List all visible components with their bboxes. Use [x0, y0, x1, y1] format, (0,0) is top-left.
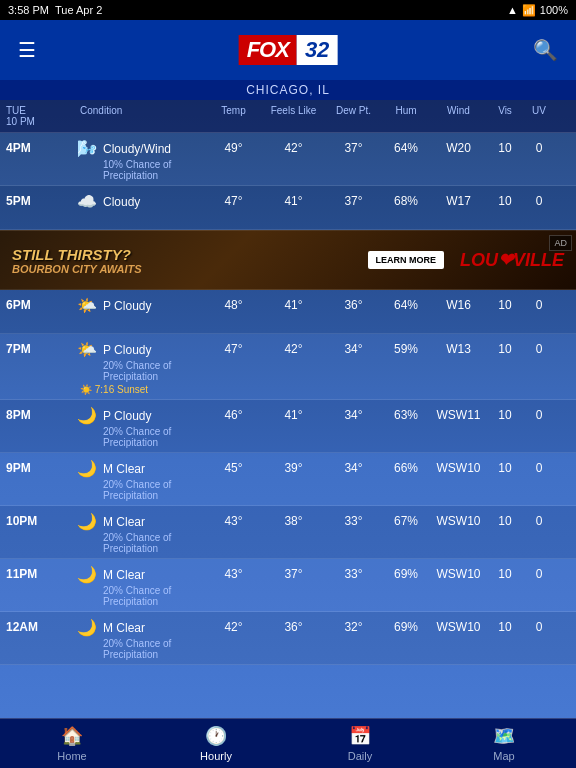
wind-cell: WSW10	[431, 459, 486, 475]
temp-cell: 46°	[206, 406, 261, 422]
weather-icon: 🌬️	[76, 139, 98, 158]
time-cell: 7PM	[6, 340, 76, 356]
col-uv: UV	[524, 105, 554, 127]
uv-cell: 0	[524, 139, 554, 155]
status-bar: 3:58 PM Tue Apr 2 ▲ 📶 100%	[0, 0, 576, 20]
vis-cell: 10	[486, 512, 524, 528]
humidity-cell: 69%	[381, 565, 431, 581]
condition-cell: 🌙 M Clear 20% Chance of Precipitation	[76, 459, 206, 501]
temp-cell: 48°	[206, 296, 261, 312]
uv-cell: 0	[524, 192, 554, 208]
col-datetime: TUE10 PM	[6, 105, 76, 127]
time-cell: 10PM	[6, 512, 76, 528]
temp-cell: 43°	[206, 512, 261, 528]
feellike-cell: 41°	[261, 296, 326, 312]
ad-subtitle: BOURBON CITY AWAITS	[12, 263, 142, 275]
weather-icon: 🌤️	[76, 340, 98, 359]
weather-icon: 🌙	[76, 618, 98, 637]
nav-hourly-label: Hourly	[200, 750, 232, 762]
condition-cell: ☁️ Cloudy	[76, 192, 206, 211]
dew-cell: 32°	[326, 618, 381, 634]
battery-label: 100%	[540, 4, 568, 16]
temp-cell: 43°	[206, 565, 261, 581]
table-row: 11PM 🌙 M Clear 20% Chance of Precipitati…	[0, 559, 576, 612]
col-vis: Vis	[486, 105, 524, 127]
ad-logo: LOU❤VILLE	[460, 249, 564, 271]
condition-text: M Clear	[103, 515, 145, 529]
humidity-cell: 64%	[381, 139, 431, 155]
dew-cell: 34°	[326, 406, 381, 422]
condition-text: Cloudy/Wind	[103, 142, 171, 156]
wind-cell: WSW10	[431, 565, 486, 581]
vis-cell: 10	[486, 565, 524, 581]
ad-title: STILL THIRSTY?	[12, 246, 142, 263]
col-humidity: Hum	[381, 105, 431, 127]
nav-daily[interactable]: 📅 Daily	[288, 719, 432, 768]
feellike-cell: 42°	[261, 139, 326, 155]
nav-hourly[interactable]: 🕐 Hourly	[144, 719, 288, 768]
precip-text: 20% Chance of Precipitation	[76, 360, 206, 382]
condition-text: M Clear	[103, 462, 145, 476]
uv-cell: 0	[524, 512, 554, 528]
vis-cell: 10	[486, 192, 524, 208]
dew-cell: 36°	[326, 296, 381, 312]
uv-cell: 0	[524, 406, 554, 422]
search-icon[interactable]: 🔍	[529, 34, 562, 66]
precip-text: 20% Chance of Precipitation	[76, 532, 206, 554]
weather-icon: 🌙	[76, 512, 98, 531]
temp-cell: 42°	[206, 618, 261, 634]
table-row: 10PM 🌙 M Clear 20% Chance of Precipitati…	[0, 506, 576, 559]
table-row: 5PM ☁️ Cloudy 47° 41° 37° 68% W17 10 0	[0, 186, 576, 230]
table-row: 7PM 🌤️ P Cloudy 20% Chance of Precipitat…	[0, 334, 576, 400]
condition-text: P Cloudy	[103, 299, 151, 313]
humidity-cell: 66%	[381, 459, 431, 475]
time-cell: 5PM	[6, 192, 76, 208]
humidity-cell: 64%	[381, 296, 431, 312]
feellike-cell: 39°	[261, 459, 326, 475]
home-icon: 🏠	[61, 725, 83, 747]
menu-icon[interactable]: ☰	[14, 34, 40, 66]
ad-learn-more-button[interactable]: LEARN MORE	[368, 251, 445, 269]
vis-cell: 10	[486, 340, 524, 356]
precip-text: 20% Chance of Precipitation	[76, 426, 206, 448]
col-temp: Temp	[206, 105, 261, 127]
precip-text: 20% Chance of Precipitation	[76, 638, 206, 660]
wind-cell: W13	[431, 340, 486, 356]
humidity-cell: 67%	[381, 512, 431, 528]
header: ☰ FOX 32 🔍	[0, 20, 576, 80]
condition-cell: 🌤️ P Cloudy 20% Chance of Precipitation …	[76, 340, 206, 395]
vis-cell: 10	[486, 296, 524, 312]
dew-cell: 37°	[326, 192, 381, 208]
temp-cell: 47°	[206, 340, 261, 356]
map-icon: 🗺️	[493, 725, 515, 747]
nav-map-label: Map	[493, 750, 514, 762]
vis-cell: 10	[486, 139, 524, 155]
weather-icon: 🌙	[76, 565, 98, 584]
weather-icon: 🌙	[76, 459, 98, 478]
feellike-cell: 42°	[261, 340, 326, 356]
feellike-cell: 36°	[261, 618, 326, 634]
precip-text: 20% Chance of Precipitation	[76, 479, 206, 501]
humidity-cell: 69%	[381, 618, 431, 634]
condition-text: M Clear	[103, 621, 145, 635]
uv-cell: 0	[524, 459, 554, 475]
precip-text: 10% Chance of Precipitation	[76, 159, 206, 181]
table-row: 4PM 🌬️ Cloudy/Wind 10% Chance of Precipi…	[0, 133, 576, 186]
condition-cell: 🌬️ Cloudy/Wind 10% Chance of Precipitati…	[76, 139, 206, 181]
table-row: 6PM 🌤️ P Cloudy 48° 41° 36° 64% W16 10 0	[0, 290, 576, 334]
ad-badge: AD	[549, 235, 572, 251]
weather-icon: 🌙	[76, 406, 98, 425]
weather-icon: 🌤️	[76, 296, 98, 315]
nav-home[interactable]: 🏠 Home	[0, 719, 144, 768]
wind-cell: W17	[431, 192, 486, 208]
nav-map[interactable]: 🗺️ Map	[432, 719, 576, 768]
wind-cell: WSW10	[431, 512, 486, 528]
wind-cell: WSW11	[431, 406, 486, 422]
humidity-cell: 68%	[381, 192, 431, 208]
wifi-icon: 📶	[522, 4, 536, 17]
daily-icon: 📅	[349, 725, 371, 747]
time-cell: 9PM	[6, 459, 76, 475]
channel-number: 32	[297, 35, 337, 65]
signal-icon: ▲	[507, 4, 518, 16]
feellike-cell: 41°	[261, 406, 326, 422]
